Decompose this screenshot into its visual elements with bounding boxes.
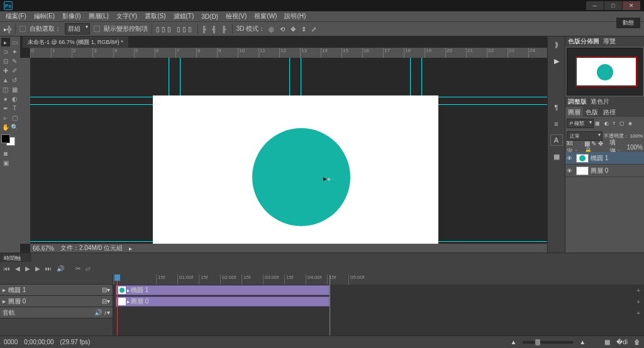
layer-row[interactable]: 👁 圖層 0 [565, 165, 644, 177]
tab-channels[interactable]: 色版 [583, 107, 601, 117]
maximize-button[interactable]: □ [604, 1, 622, 10]
fps-label[interactable]: (29.97 fps) [60, 339, 91, 345]
add-clip-button[interactable]: + [636, 287, 640, 294]
add-audio-button[interactable]: + [636, 310, 640, 317]
screenmode-toggle[interactable]: ▣ [1, 158, 10, 167]
lasso-tool[interactable]: ⊃ [1, 47, 10, 56]
dock-paragraph-icon[interactable]: ¶ [550, 102, 563, 113]
menu-filter[interactable]: 濾鏡(T) [170, 12, 197, 21]
zoom-tool[interactable]: 🔍 [11, 122, 19, 131]
eraser-tool[interactable]: ◫ [1, 85, 10, 94]
align-icons[interactable]: ▯▯▯ ▯▯▯ [156, 26, 194, 33]
stamp-tool[interactable]: ▲ [1, 75, 10, 84]
type-tool[interactable]: T [11, 104, 19, 112]
menu-3d[interactable]: 3D(D) [198, 13, 221, 20]
audio-track-header[interactable]: 音軌 🔊 ♪▾ [0, 307, 113, 318]
navigator-frame[interactable] [575, 57, 637, 87]
layer-thumb[interactable] [576, 154, 589, 163]
filter-icons[interactable]: ▦ ◐ T ▢ ◈ [595, 121, 633, 126]
close-button[interactable]: ✕ [623, 1, 640, 10]
zoom-in-icon[interactable]: ▲ [579, 339, 586, 345]
work-area-end[interactable] [330, 275, 330, 335]
layer-name[interactable]: 圖層 0 [591, 166, 608, 175]
mask-tab[interactable]: 遮色片 [591, 97, 609, 106]
canvas[interactable] [153, 95, 438, 253]
nav-tab-navigator[interactable]: 導覽 [603, 37, 616, 46]
playhead[interactable] [117, 275, 118, 335]
timeline-clip[interactable]: ▸ 橢圓 1 [116, 285, 330, 295]
hand-tool[interactable]: ✋ [1, 122, 10, 131]
navigator-panel[interactable] [567, 48, 643, 95]
menu-select[interactable]: 選取(S) [142, 12, 169, 21]
layer-row[interactable]: 👁 橢圓 1 [565, 152, 644, 165]
split-button[interactable]: ✂ [75, 265, 80, 272]
timeline-clip[interactable]: ▸ 圖層 0 [116, 296, 330, 307]
blur-tool[interactable]: ● [1, 94, 10, 103]
expand-icon[interactable]: ▸ [3, 286, 6, 293]
visibility-icon[interactable]: 👁 [567, 155, 574, 161]
menu-help[interactable]: 說明(H) [281, 12, 309, 21]
menu-view[interactable]: 檢視(V) [223, 12, 250, 21]
healing-tool[interactable]: ✚ [1, 66, 10, 75]
mode-3d-icons[interactable]: ◎ ⟲ ✥ ⇕ ⤢ [269, 26, 318, 33]
prev-frame-button[interactable]: ◀ [15, 265, 20, 272]
menu-type[interactable]: 文字(Y) [113, 12, 140, 21]
blend-mode-dropdown[interactable]: 正常 [567, 131, 602, 141]
audio-mute-icon[interactable]: 🔊 ♪▾ [94, 309, 110, 316]
convert-frames-button[interactable]: ▦ [604, 339, 610, 345]
menu-image[interactable]: 影像(I) [59, 12, 84, 21]
timeline-tab[interactable]: 時間軸 [0, 253, 31, 262]
first-frame-button[interactable]: ⏮ [4, 265, 10, 272]
eyedropper-tool[interactable]: ✎ [11, 57, 19, 65]
layer-name[interactable]: 橢圓 1 [591, 154, 608, 163]
tab-layers[interactable]: 圖層 [565, 107, 583, 117]
track-fx-icon[interactable]: ⊟▾ [102, 286, 110, 293]
zoom-out-icon[interactable]: ▲ [510, 339, 516, 345]
menu-edit[interactable]: 編輯(E) [31, 12, 58, 21]
quickmask-toggle[interactable]: ◙ [1, 149, 10, 158]
tab-paths[interactable]: 路徑 [601, 107, 618, 117]
track-fx-icon[interactable]: ⊟▾ [102, 298, 110, 305]
minimize-button[interactable]: ─ [586, 1, 604, 10]
add-clip-button[interactable]: + [636, 298, 640, 305]
last-frame-button[interactable]: ⏭ [45, 265, 52, 272]
dock-play-icon[interactable]: ▶ [550, 55, 563, 67]
brush-tool[interactable]: ✐ [11, 66, 19, 75]
timeline-track-area[interactable]: 15f01:00f15f02:00f15f03:00f15f04:00f15f0… [113, 275, 644, 335]
ellipse-shape[interactable] [252, 128, 350, 226]
transition-button[interactable]: ▱ [86, 265, 91, 272]
path-tool[interactable]: ▹ [1, 113, 10, 122]
shape-tool[interactable]: ▢ [11, 113, 19, 122]
dock-character-icon[interactable]: ≡ [550, 118, 563, 129]
distribute-icons[interactable]: ╟ ╢ ╟ [202, 26, 228, 33]
dodge-tool[interactable]: ◐ [11, 94, 19, 103]
crop-tool[interactable]: ⊡ [1, 57, 10, 65]
timeline-zoom-slider[interactable] [523, 341, 573, 344]
track-header[interactable]: ▸ 圖層 0 ⊟▾ [0, 296, 113, 307]
status-arrow-icon[interactable]: ▸ [129, 245, 132, 252]
move-tool[interactable]: ▸ [1, 38, 10, 46]
doc-info[interactable]: 文件：2.04M/0 位元組 [60, 244, 123, 253]
zoom-level[interactable]: 66.67% [33, 245, 54, 252]
workspace-badge[interactable]: 動態 [616, 18, 640, 28]
wand-tool[interactable]: ✦ [11, 47, 19, 56]
adjust-tab[interactable]: 調整版 [568, 97, 587, 106]
dock-type-icon[interactable]: A [550, 134, 563, 146]
timecode[interactable]: 0;00;00;00 [24, 339, 53, 345]
play-button[interactable]: ▶ [25, 265, 30, 272]
fill-value[interactable]: 100% [626, 144, 643, 151]
color-swatch[interactable] [1, 134, 15, 146]
history-brush-tool[interactable]: ↺ [11, 75, 19, 84]
menu-window[interactable]: 視窗(W) [251, 12, 280, 21]
opacity-value[interactable]: 100% [630, 133, 643, 139]
layer-thumb[interactable] [576, 166, 589, 175]
render-button[interactable]: �di [616, 339, 628, 345]
next-frame-button[interactable]: ▶ [35, 265, 40, 272]
auto-select-checkbox[interactable] [19, 26, 26, 32]
layer-kind-filter[interactable]: P 種類 [567, 119, 594, 128]
dock-swatch-icon[interactable]: ▦ [550, 151, 563, 162]
nav-tab-histogram[interactable]: 色版分佈圖 [568, 37, 599, 46]
mute-button[interactable]: 🔊 [57, 265, 64, 272]
visibility-icon[interactable]: 👁 [567, 168, 574, 174]
show-transform-checkbox[interactable] [94, 26, 100, 32]
